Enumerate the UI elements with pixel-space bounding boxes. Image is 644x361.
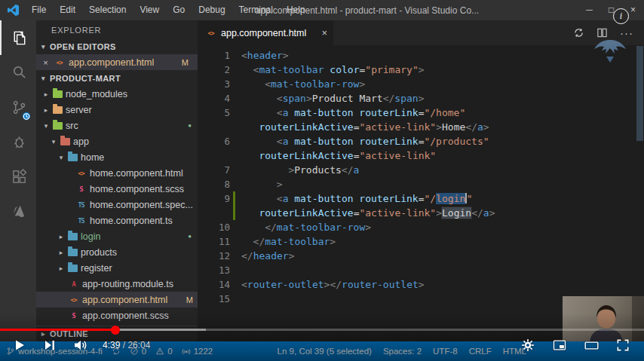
fullscreen-button[interactable] — [609, 332, 636, 358]
line-number[interactable] — [198, 148, 230, 163]
code-row[interactable]: 11</mat-toolbar> — [198, 234, 644, 249]
tree-item-register[interactable]: ▸register — [36, 260, 198, 276]
line-number[interactable] — [198, 206, 230, 220]
activity-extensions[interactable] — [0, 159, 36, 194]
progress-bar[interactable] — [0, 329, 644, 331]
play-button[interactable] — [6, 332, 33, 358]
code-token: a — [354, 164, 360, 176]
line-number[interactable]: 8 — [198, 177, 230, 191]
chevron-icon[interactable]: ▸ — [57, 233, 65, 240]
code-row[interactable]: routerLinkActive="active-link">Home</a> — [198, 120, 644, 134]
code-token: routerLink — [354, 136, 419, 147]
tab-close-icon[interactable]: × — [321, 27, 327, 38]
more-actions-icon[interactable]: ··· — [620, 29, 633, 37]
info-card-button[interactable]: i — [613, 8, 629, 24]
menu-view[interactable]: View — [133, 0, 166, 20]
split-editor-icon[interactable] — [596, 27, 608, 38]
theater-mode-button[interactable] — [578, 332, 605, 358]
chevron-icon[interactable]: ▾ — [50, 138, 57, 145]
activity-azure[interactable] — [0, 194, 36, 228]
code-row[interactable]: 6<a mat-button routerLink="/products" — [198, 134, 644, 148]
tree-item-node-modules[interactable]: ▸node_modules — [36, 86, 198, 102]
tree-item-app[interactable]: ▾app — [36, 133, 198, 149]
code-token: < — [265, 78, 271, 90]
code-row[interactable]: 1<header> — [198, 48, 644, 63]
menu-file[interactable]: File — [25, 0, 53, 20]
code-row[interactable]: 12</header> — [198, 249, 644, 263]
line-number[interactable]: 15 — [198, 292, 230, 306]
player-controls: 4:39 / 26:04 — [0, 332, 644, 359]
tree-item-app-component-html[interactable]: <>app.component.htmlM — [36, 292, 198, 307]
tree-label: node_modules — [66, 89, 127, 99]
line-number[interactable]: 13 — [198, 263, 230, 277]
line-number[interactable]: 2 — [198, 63, 230, 77]
chevron-icon[interactable]: ▾ — [42, 122, 50, 130]
activity-debug[interactable] — [0, 124, 36, 159]
code-token: mat-toolbar — [265, 236, 330, 247]
editor-scrollbar[interactable] — [636, 46, 643, 141]
tree-item-app-component-scss[interactable]: Sapp.component.scss — [36, 307, 198, 323]
chevron-icon[interactable]: ▾ — [57, 154, 65, 161]
tree-item-app-routing-module-ts[interactable]: Aapp-routing.module.ts — [36, 276, 198, 292]
tab-app-component-html[interactable]: <> app.component.html × — [198, 20, 333, 45]
code-token: router-outlet — [247, 279, 324, 290]
open-editors-header[interactable]: ▾ OPEN EDITORS — [36, 38, 198, 54]
code-row[interactable]: routerLinkActive="active-link" — [198, 148, 644, 163]
line-number[interactable]: 4 — [198, 91, 230, 106]
line-number[interactable]: 10 — [198, 220, 230, 234]
code-token: color — [324, 64, 360, 75]
chevron-icon[interactable]: ▸ — [57, 249, 65, 256]
line-number[interactable]: 3 — [198, 77, 230, 91]
line-number[interactable]: 11 — [198, 234, 230, 249]
tree-item-home-component-ts[interactable]: TShome.component.ts — [36, 213, 198, 228]
volume-button[interactable] — [66, 332, 94, 358]
line-number[interactable]: 6 — [198, 134, 230, 148]
next-button[interactable] — [36, 332, 63, 358]
code-row[interactable]: 9<a mat-button routerLink="/login" — [198, 191, 644, 206]
tree-item-home-component-html[interactable]: <>home.component.html — [36, 165, 198, 181]
code-row[interactable]: 8> — [198, 177, 644, 191]
tree-item-home-component-scss[interactable]: Shome.component.scss — [36, 181, 198, 197]
project-header[interactable]: ▾ PRODUCT-MART — [36, 70, 198, 86]
miniplayer-button[interactable] — [546, 332, 573, 358]
close-editor-icon[interactable]: × — [41, 58, 50, 67]
line-number[interactable]: 12 — [198, 249, 230, 263]
code-row[interactable]: 7>Products</a — [198, 163, 644, 177]
activity-search[interactable] — [0, 55, 36, 90]
chevron-icon[interactable]: ▸ — [57, 265, 65, 272]
tree-item-src[interactable]: ▾src● — [36, 118, 198, 133]
code-row[interactable]: 5<a mat-button routerLink="/home" — [198, 106, 644, 120]
line-number[interactable]: 7 — [198, 163, 230, 177]
code-row[interactable]: 10</mat-toolbar-row> — [198, 220, 644, 234]
tree-item-products[interactable]: ▸products — [36, 244, 198, 260]
line-number[interactable]: 5 — [198, 106, 230, 120]
menu-selection[interactable]: Selection — [82, 0, 133, 20]
menu-edit[interactable]: Edit — [53, 0, 82, 20]
code-row[interactable]: 4<span>Product Mart</span> — [198, 91, 644, 106]
tree-item-server[interactable]: ▸server — [36, 102, 198, 118]
tree-item-home[interactable]: ▾home — [36, 149, 198, 165]
code-row[interactable]: 13 — [198, 263, 644, 277]
line-number[interactable] — [198, 120, 230, 134]
line-number[interactable]: 14 — [198, 277, 230, 292]
tree-item-login[interactable]: ▸login● — [36, 228, 198, 244]
settings-button[interactable] — [514, 332, 541, 358]
code-row[interactable]: 3<mat-toolbar-row> — [198, 77, 644, 91]
sync-icon[interactable] — [573, 27, 584, 38]
open-editor-item[interactable]: × <> app.component.html M — [36, 54, 198, 70]
tree-item-home-component-spec-[interactable]: TShome.component.spec... — [36, 197, 198, 213]
chevron-icon[interactable]: ▸ — [42, 106, 50, 114]
code-row[interactable]: routerLinkActive="active-link">Login</a> — [198, 206, 644, 220]
code-row[interactable]: 2<mat-toolbar color="primary"> — [198, 63, 644, 77]
activity-explorer[interactable] — [0, 20, 36, 55]
menu-go[interactable]: Go — [166, 0, 192, 20]
menu-debug[interactable]: Debug — [192, 0, 232, 20]
activity-source-control[interactable] — [0, 90, 36, 124]
code-token: > — [436, 207, 442, 219]
chevron-icon[interactable]: ▸ — [42, 90, 50, 98]
minimize-button[interactable]: ─ — [578, 0, 600, 20]
code-row[interactable]: 14<router-outlet></router-outlet> — [198, 277, 644, 292]
line-number[interactable]: 1 — [198, 48, 230, 63]
code-token: mat-button — [288, 136, 353, 147]
line-number[interactable]: 9 — [198, 191, 230, 206]
